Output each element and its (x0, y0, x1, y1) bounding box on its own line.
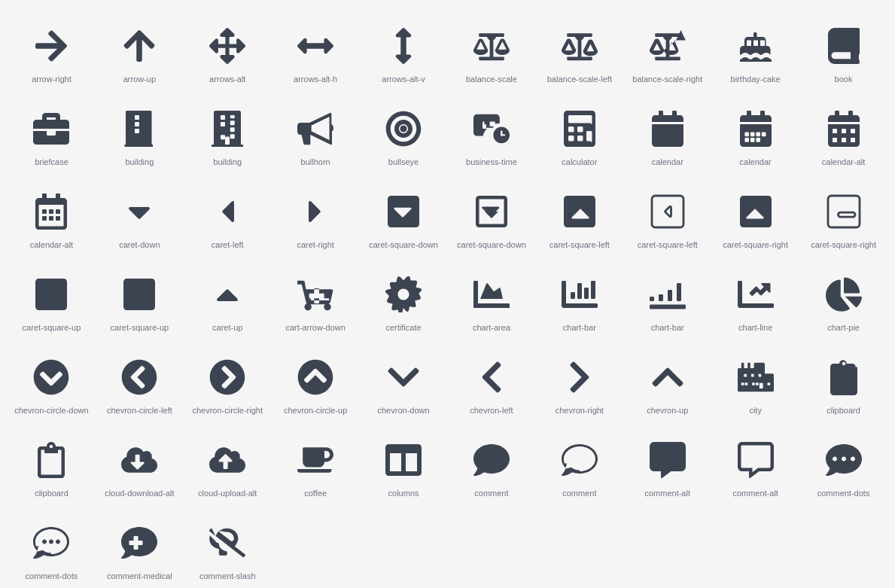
chart-area-icon (473, 272, 510, 317)
birthday-cake-label: birthday-cake (731, 75, 781, 84)
clipboard2-icon (33, 437, 69, 483)
book-label: book (835, 75, 853, 84)
icon-cell-bullhorn: bullhorn (272, 90, 360, 173)
icon-cell-arrows-alt-h: arrows-alt-h (272, 8, 360, 90)
building2-icon (209, 106, 245, 151)
caret-square-down2-label: caret-square-down (457, 240, 526, 250)
comment-medical-label: comment-medical (107, 571, 172, 581)
balance-scale-left-icon (562, 23, 598, 69)
bullhorn-label: bullhorn (301, 157, 330, 167)
icon-cell-city: city (711, 339, 799, 422)
icon-cell-bullseye: bullseye (360, 90, 448, 173)
icon-cell-cart-arrow-down: cart-arrow-down (272, 256, 360, 339)
icon-cell-chevron-circle-left: chevron-circle-left (96, 339, 184, 422)
calendar-label: calendar (652, 157, 683, 167)
balance-scale-right-label: balance-scale-right (632, 75, 702, 84)
icon-cell-caret-down: caret-down (96, 173, 184, 256)
chevron-right-label: chevron-right (556, 406, 604, 416)
chart-area-label: chart-area (473, 323, 510, 333)
icon-cell-balance-scale-left: balance-scale-left (535, 8, 623, 90)
icon-cell-chart-pie: chart-pie (799, 256, 887, 339)
chart-line-label: chart-line (738, 323, 772, 333)
icon-cell-birthday-cake: birthday-cake (711, 8, 799, 90)
comment-dots2-icon (33, 520, 69, 565)
icon-cell-caret-square-down2: caret-square-down (448, 173, 536, 256)
icon-cell-balance-scale: balance-scale (448, 8, 536, 90)
chevron-left-label: chevron-left (470, 406, 513, 416)
icon-cell-caret-square-left2: caret-square-left (623, 173, 711, 256)
comment-alt2-label: comment-alt (732, 489, 778, 498)
caret-square-down-label: caret-square-down (369, 240, 438, 250)
chevron-down-label: chevron-down (378, 406, 430, 416)
icon-cell-comment-slash: comment-slash (184, 504, 272, 587)
caret-left-label: caret-left (212, 240, 244, 250)
comment-label: comment (474, 489, 508, 498)
arrow-right-icon (33, 23, 69, 69)
book-icon (826, 23, 862, 69)
caret-down-label: caret-down (119, 240, 160, 250)
icon-cell-chevron-down: chevron-down (360, 339, 448, 422)
icon-cell-arrow-right: arrow-right (8, 8, 96, 90)
icon-cell-chart-bar: chart-bar (535, 256, 623, 339)
chevron-circle-down-label: chevron-circle-down (14, 406, 88, 416)
icon-cell-caret-up: caret-up (184, 256, 272, 339)
chevron-circle-right-icon (209, 355, 245, 400)
icon-cell-caret-square-right: caret-square-right (711, 173, 799, 256)
icon-cell-arrows-alt-v: arrows-alt-v (360, 8, 448, 90)
chevron-circle-up-label: chevron-circle-up (284, 406, 347, 416)
icon-cell-comment-medical: comment-medical (96, 504, 184, 587)
clipboard2-label: clipboard (35, 489, 68, 498)
icon-cell-columns: columns (360, 422, 448, 504)
briefcase-label: briefcase (35, 157, 68, 167)
clipboard-label: clipboard (827, 406, 860, 416)
icon-cell-comment2: comment (535, 422, 623, 504)
icon-cell-calculator: calculator (535, 90, 623, 173)
comment-slash-icon (209, 520, 245, 565)
city-label: city (749, 406, 762, 416)
caret-square-left2-icon (650, 189, 686, 234)
caret-square-right-label: caret-square-right (723, 240, 788, 250)
caret-left-icon (209, 189, 245, 234)
arrows-alt-h-icon (297, 23, 333, 69)
caret-square-up-label: caret-square-up (23, 323, 81, 333)
chart-pie-label: chart-pie (827, 323, 860, 333)
arrows-alt-v-label: arrows-alt-v (382, 75, 425, 84)
comment2-label: comment (562, 489, 596, 498)
chevron-down-icon (385, 355, 422, 400)
cloud-upload-alt-label: cloud-upload-alt (198, 489, 257, 498)
calendar2-label: calendar (740, 157, 772, 167)
arrow-up-label: arrow-up (123, 75, 156, 84)
caret-square-up2-icon (121, 272, 157, 317)
icon-cell-caret-left: caret-left (184, 173, 272, 256)
balance-scale-left-label: balance-scale-left (547, 75, 612, 84)
caret-square-right2-icon (826, 189, 862, 234)
icon-cell-caret-square-right2: caret-square-right (799, 173, 887, 256)
arrows-alt-v-icon (385, 23, 422, 69)
caret-down-icon (121, 189, 157, 234)
cloud-download-alt-label: cloud-download-alt (105, 489, 174, 498)
icon-cell-comment-alt: comment-alt (623, 422, 711, 504)
caret-square-left-label: caret-square-left (549, 240, 610, 250)
icon-cell-clipboard2: clipboard (8, 422, 96, 504)
building-icon (121, 106, 157, 151)
arrow-right-label: arrow-right (32, 75, 72, 84)
chart-bar-icon (562, 272, 598, 317)
calendar2-icon (738, 106, 774, 151)
icon-cell-comment-dots: comment-dots (799, 422, 887, 504)
arrows-alt-h-label: arrows-alt-h (294, 75, 337, 84)
chevron-circle-left-icon (121, 355, 157, 400)
birthday-cake-icon (738, 23, 774, 69)
icon-cell-caret-square-left: caret-square-left (535, 173, 623, 256)
balance-scale-right-icon (650, 23, 686, 69)
caret-right-label: caret-right (297, 240, 334, 250)
caret-square-down-icon (385, 189, 422, 234)
icon-cell-calendar-alt: calendar-alt (799, 90, 887, 173)
icon-cell-caret-square-up2: caret-square-up (96, 256, 184, 339)
arrows-alt-icon (209, 23, 245, 69)
icon-cell-chart-line: chart-line (711, 256, 799, 339)
comment-dots-icon (826, 437, 862, 483)
cloud-download-alt-icon (121, 437, 157, 483)
comment-alt2-icon (738, 437, 774, 483)
icon-grid: arrow-rightarrow-uparrows-altarrows-alt-… (0, 0, 895, 588)
icon-cell-comment-alt2: comment-alt (711, 422, 799, 504)
